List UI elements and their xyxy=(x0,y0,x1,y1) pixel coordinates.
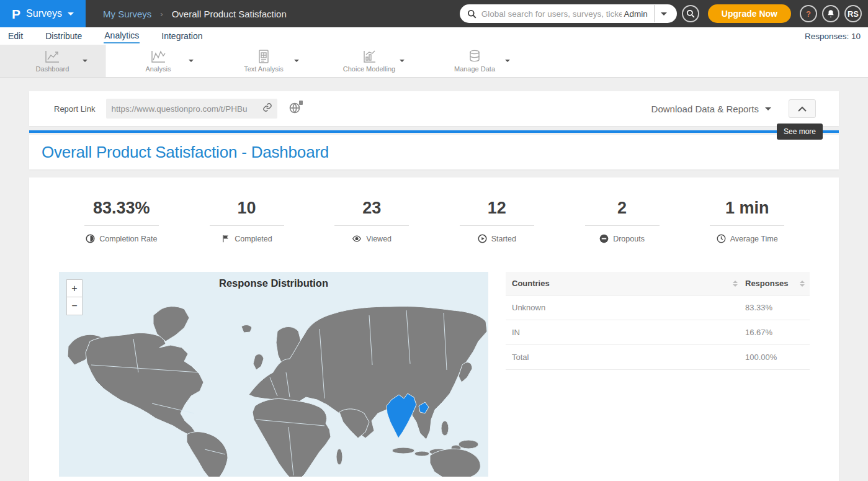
breadcrumb: My Surveys › Overall Product Satisfactio… xyxy=(103,9,287,19)
stat-completed: 10 Completed xyxy=(184,199,310,243)
tab-distribute[interactable]: Distribute xyxy=(45,29,83,43)
scope-divider xyxy=(654,5,655,22)
download-data-reports[interactable]: Download Data & Reports xyxy=(651,104,759,114)
sort-icon[interactable] xyxy=(733,281,738,287)
responses-cell: 100.00% xyxy=(745,353,805,362)
chevron-down-icon[interactable] xyxy=(661,12,667,16)
countries-table: Countries Responses Unknown 83.33% IN 16… xyxy=(506,272,810,477)
sort-icon[interactable] xyxy=(800,281,805,287)
stat-divider xyxy=(84,225,159,226)
toolbar-label: Manage Data xyxy=(454,65,495,73)
responses-cell: 83.33% xyxy=(745,303,805,312)
zoom-in-button[interactable]: + xyxy=(66,279,83,297)
play-circle-icon xyxy=(478,234,487,243)
collapse-toolbar-button[interactable] xyxy=(789,99,816,118)
chevron-down-icon[interactable] xyxy=(294,60,299,62)
bell-icon xyxy=(826,9,835,18)
chevron-down-icon[interactable] xyxy=(765,107,771,110)
toolbar-label: Choice Modelling xyxy=(343,65,395,73)
chevron-down-icon[interactable] xyxy=(400,60,405,62)
chevron-up-icon xyxy=(798,106,807,112)
stat-completion-rate: 83.33% Completion Rate xyxy=(59,199,184,243)
upgrade-now-button[interactable]: Upgrade Now xyxy=(708,4,791,23)
see-more-tooltip: See more xyxy=(777,124,823,140)
report-visibility-button[interactable] xyxy=(289,102,301,116)
topbar-actions: Admin Upgrade Now ? RS xyxy=(460,0,862,27)
lock-badge-icon xyxy=(299,101,303,105)
search-icon xyxy=(686,9,695,18)
avatar-initials: RS xyxy=(848,9,859,19)
search-button[interactable] xyxy=(682,5,699,22)
table-row: Unknown 83.33% xyxy=(506,295,810,320)
breadcrumb-my-surveys[interactable]: My Surveys xyxy=(103,9,151,19)
response-distribution-map[interactable]: Response Distribution + − xyxy=(59,272,488,477)
stat-average-time: 1 min Average Time xyxy=(684,199,810,243)
blue-divider xyxy=(29,130,839,133)
stat-value: 23 xyxy=(362,199,381,218)
stat-label: Average Time xyxy=(730,235,778,243)
question-mark-icon: ? xyxy=(806,9,811,19)
topbar: P Surveys My Surveys › Overall Product S… xyxy=(0,0,868,27)
report-url-box xyxy=(106,99,277,119)
search-input[interactable] xyxy=(481,9,622,19)
eye-icon xyxy=(352,234,362,243)
chevron-down-icon[interactable] xyxy=(189,60,194,62)
global-search[interactable]: Admin xyxy=(460,4,677,23)
toolbar-analysis[interactable]: Analysis xyxy=(105,45,211,77)
stat-divider xyxy=(460,225,534,226)
tab-integration[interactable]: Integration xyxy=(161,29,203,43)
country-cell: Unknown xyxy=(512,303,745,312)
chevron-down-icon[interactable] xyxy=(505,60,510,62)
responses-count: Responses: 10 xyxy=(805,32,861,41)
toolbar-manage-data[interactable]: Manage Data xyxy=(422,45,527,77)
help-button[interactable]: ? xyxy=(800,5,817,22)
report-url-input[interactable] xyxy=(111,104,260,114)
chevron-down-icon[interactable] xyxy=(83,60,87,62)
stat-divider xyxy=(210,225,284,226)
clock-icon xyxy=(717,234,726,243)
notifications-button[interactable] xyxy=(822,5,839,22)
country-cell: IN xyxy=(512,328,745,337)
stat-label: Started xyxy=(491,235,516,243)
stat-label: Dropouts xyxy=(613,235,645,243)
title-card: Overall Product Satisfaction - Dashboard xyxy=(29,135,839,169)
distribution-section: Response Distribution + − xyxy=(59,272,810,477)
toolbar-dashboard[interactable]: Dashboard xyxy=(0,45,105,77)
toolbar-text-analysis[interactable]: Text Analysis xyxy=(211,45,316,77)
tab-edit[interactable]: Edit xyxy=(7,29,24,43)
surveys-app-switcher[interactable]: P Surveys xyxy=(0,0,86,27)
model-chart-icon xyxy=(362,50,377,63)
search-scope-label: Admin xyxy=(624,9,648,19)
toolbar-label: Text Analysis xyxy=(244,65,284,73)
breadcrumb-current: Overall Product Satisfaction xyxy=(172,9,287,19)
toolbar-label: Dashboard xyxy=(36,65,69,73)
minus-circle-icon xyxy=(599,234,609,243)
chevron-down-icon xyxy=(68,12,74,16)
zoom-out-button[interactable]: − xyxy=(66,297,83,315)
report-actions: Download Data & Reports xyxy=(651,99,816,118)
stat-value: 83.33% xyxy=(93,199,150,218)
analytics-toolbar: Dashboard Analysis Text Analysis Choice … xyxy=(0,45,868,78)
stat-value: 10 xyxy=(237,199,256,218)
report-link-label: Report Link xyxy=(54,104,95,114)
avatar[interactable]: RS xyxy=(844,5,862,22)
product-name: Surveys xyxy=(26,8,62,19)
map-zoom-controls: + − xyxy=(66,279,83,315)
link-icon[interactable] xyxy=(262,102,272,115)
countries-column-header[interactable]: Countries xyxy=(512,279,550,288)
half-pie-icon xyxy=(86,234,95,243)
report-link-bar: Report Link Download Data & Reports See … xyxy=(29,91,839,126)
breadcrumb-separator-icon: › xyxy=(160,9,163,19)
responses-column-header[interactable]: Responses xyxy=(745,279,788,288)
line-chart-icon xyxy=(44,50,60,63)
stat-label: Completed xyxy=(235,235,272,243)
stat-value: 1 min xyxy=(725,199,769,218)
stat-started: 12 Started xyxy=(434,199,560,243)
stat-value: 12 xyxy=(488,199,506,218)
world-map[interactable] xyxy=(59,272,488,477)
tab-analytics[interactable]: Analytics xyxy=(104,29,140,43)
search-icon xyxy=(467,9,477,19)
page-title: Overall Product Satisfaction - Dashboard xyxy=(42,143,329,162)
toolbar-choice-modelling[interactable]: Choice Modelling xyxy=(316,45,422,77)
survey-subnav: Edit Distribute Analytics Integration Re… xyxy=(0,27,868,45)
